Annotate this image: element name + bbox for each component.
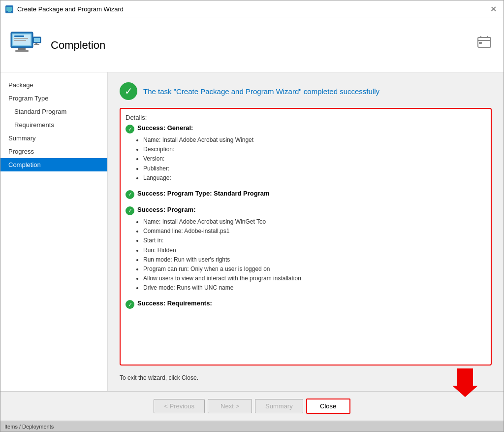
details-label: Details:: [126, 114, 486, 121]
requirements-bullet-1: Platforms supported: Any: [143, 311, 484, 311]
svg-rect-14: [34, 44, 39, 45]
svg-rect-12: [34, 38, 40, 42]
sidebar-item-standard-program[interactable]: Standard Program: [0, 105, 107, 118]
detail-section-program-type: ✓ Success: Program Type: Standard Progra…: [126, 190, 484, 199]
detail-section-requirements: ✓ Success: Requirements: Platforms suppo…: [126, 299, 484, 311]
program-bullet-7: Allow users to view and interact with th…: [143, 274, 484, 283]
svg-marker-20: [452, 368, 478, 397]
summary-button[interactable]: Summary: [255, 399, 303, 413]
program-bullets: Name: Install Adobe Acrobat using WinGet…: [138, 217, 484, 293]
sidebar-item-package[interactable]: Package: [0, 78, 107, 92]
general-bullet-4: Publisher:: [143, 164, 484, 173]
svg-rect-9: [18, 48, 26, 50]
svg-rect-8: [14, 40, 26, 41]
program-bullet-1: Name: Install Adobe Acrobat using WinGet…: [143, 217, 484, 227]
svg-rect-2: [7, 12, 12, 12]
header-title: Completion: [51, 39, 105, 52]
svg-rect-13: [35, 43, 37, 44]
program-bullet-6: Program can run: Only when a user is log…: [143, 265, 484, 274]
window-title: Create Package and Program Wizard: [17, 5, 488, 13]
exit-hint: To exit the wizard, click Close.: [120, 374, 492, 381]
check-program: ✓: [126, 206, 134, 215]
title-bar: Create Package and Program Wizard ✕: [0, 0, 504, 18]
requirements-bullets: Platforms supported: Any Maximum allowed…: [138, 311, 484, 311]
previous-button[interactable]: < Previous: [154, 399, 205, 413]
header-right-icon: [476, 33, 496, 57]
next-button[interactable]: Next >: [208, 399, 252, 413]
general-bullets: Name: Install Adobe Acrobat using Winget…: [138, 135, 484, 183]
app-icon: [5, 5, 13, 13]
program-bullet-5: Run mode: Run with user's rights: [143, 255, 484, 265]
details-box: Details: ✓ Success: General: Name: Insta…: [120, 108, 492, 366]
sidebar: Package Program Type Standard Program Re…: [0, 72, 108, 391]
close-window-button[interactable]: ✕: [488, 4, 499, 14]
general-bullet-3: Version:: [143, 154, 484, 164]
sidebar-item-requirements[interactable]: Requirements: [0, 118, 107, 132]
general-bullet-1: Name: Install Adobe Acrobat using Winget: [143, 135, 484, 145]
success-header: ✓ The task "Create Package and Program W…: [120, 82, 492, 100]
program-bullet-3: Start in:: [143, 236, 484, 245]
section-title-program: Success: Program:: [137, 206, 196, 213]
detail-section-general: ✓ Success: General: Name: Install Adobe …: [126, 124, 484, 183]
section-title-requirements: Success: Requirements:: [137, 299, 212, 307]
check-general: ✓: [126, 125, 134, 133]
wizard-body: Package Program Type Standard Program Re…: [0, 72, 504, 391]
sidebar-item-completion[interactable]: Completion: [0, 158, 107, 171]
sidebar-item-summary[interactable]: Summary: [0, 132, 107, 145]
details-scroll[interactable]: ✓ Success: General: Name: Install Adobe …: [126, 124, 486, 311]
svg-rect-7: [14, 38, 28, 39]
svg-rect-0: [6, 7, 12, 11]
check-requirements: ✓: [126, 300, 134, 309]
svg-rect-10: [15, 50, 29, 52]
svg-rect-19: [479, 42, 482, 44]
program-bullet-2: Command line: Adobe-install.ps1: [143, 227, 484, 236]
program-bullet-8: Drive mode: Runs with UNC name: [143, 283, 484, 293]
program-bullet-4: Run: Hidden: [143, 246, 484, 255]
status-bar: Items / Deployments: [0, 421, 504, 432]
sidebar-item-progress[interactable]: Progress: [0, 145, 107, 158]
close-button[interactable]: Close: [306, 399, 350, 414]
detail-section-program: ✓ Success: Program: Name: Install Adobe …: [126, 206, 484, 293]
computer-icon: [8, 28, 43, 63]
section-title-general: Success: General:: [137, 124, 193, 132]
wizard-footer: < Previous Next > Summary Close: [0, 391, 504, 421]
svg-rect-6: [14, 35, 24, 37]
general-bullet-2: Description:: [143, 145, 484, 154]
success-message: The task "Create Package and Program Wiz…: [143, 87, 379, 96]
check-program-type: ✓: [126, 190, 134, 199]
header-icon-area: Completion: [8, 28, 105, 63]
success-icon: ✓: [120, 82, 137, 100]
status-text: Items / Deployments: [4, 424, 54, 430]
section-title-program-type: Success: Program Type: Standard Program: [137, 190, 270, 197]
wizard-window: Create Package and Program Wizard ✕: [0, 0, 504, 432]
arrow-annotation: [452, 368, 478, 398]
sidebar-item-program-type[interactable]: Program Type: [0, 92, 107, 105]
svg-rect-1: [8, 11, 11, 12]
general-bullet-5: Language:: [143, 173, 484, 183]
wizard-header: Completion: [0, 18, 504, 72]
content-area: ✓ The task "Create Package and Program W…: [108, 72, 504, 391]
